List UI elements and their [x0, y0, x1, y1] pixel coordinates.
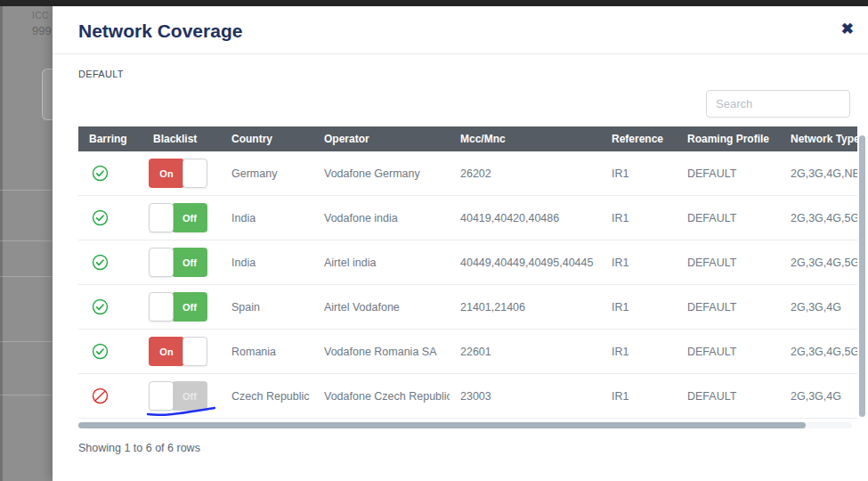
toggle-state-label: Off	[172, 248, 207, 277]
barring-cell	[78, 374, 142, 418]
modal-title: Network Coverage	[78, 19, 242, 43]
horizontal-scrollbar[interactable]	[78, 422, 852, 428]
mcc-mnc-cell: 40449,40449,40495,40445	[450, 240, 601, 284]
toggle-state-label: On	[149, 159, 184, 188]
column-header-reference: Reference	[601, 126, 677, 151]
country-cell: Germany	[221, 151, 313, 195]
toggle-state-label: Off	[172, 203, 207, 232]
background-iccid-label: ICC	[32, 11, 49, 20]
toggle-knob	[183, 337, 207, 366]
column-header-network-type: Network Type	[780, 126, 857, 151]
network-type-cell: 2G,3G,4G,5G	[780, 240, 857, 284]
coverage-table: BarringBlacklistCountryOperatorMcc/MncRe…	[78, 126, 857, 419]
barring-allowed-icon	[92, 298, 109, 315]
mcc-mnc-cell: 21401,21406	[450, 285, 601, 329]
operator-cell: Vodafone india	[313, 196, 450, 240]
roaming-profile-cell: DEFAULT	[677, 374, 780, 418]
country-cell: India	[221, 240, 313, 284]
reference-cell: IR1	[601, 240, 677, 284]
mcc-mnc-cell: 23003	[450, 374, 601, 418]
network-type-cell: 2G,3G,4G	[780, 285, 857, 329]
barring-allowed-icon	[92, 209, 109, 226]
network-type-cell: 2G,3G,4G,5G,	[780, 196, 857, 240]
network-type-cell: 2G,3G,4G	[780, 374, 857, 418]
blacklist-cell: Off	[142, 285, 221, 329]
country-cell: Spain	[221, 285, 313, 329]
column-header-barring: Barring	[78, 126, 142, 151]
toggle-knob	[149, 292, 174, 322]
operator-cell: Airtel Vodafone	[313, 285, 450, 329]
horizontal-scrollbar-thumb[interactable]	[78, 422, 806, 428]
blacklist-cell: On	[142, 151, 221, 195]
column-header-blacklist: Blacklist	[142, 126, 221, 151]
background-row-divider	[0, 190, 53, 191]
close-icon[interactable]: ✖	[841, 21, 854, 37]
roaming-profile-cell: DEFAULT	[677, 196, 780, 240]
operator-cell: Vodafone Romania SA	[313, 330, 450, 373]
column-header-operator: Operator	[313, 126, 450, 151]
barring-allowed-icon	[92, 343, 109, 360]
toggle-knob	[149, 248, 174, 277]
barring-allowed-icon	[92, 165, 109, 182]
barring-allowed-icon	[92, 254, 109, 271]
operator-cell: Vodafone Germany	[313, 151, 450, 195]
vertical-scrollbar-thumb[interactable]	[859, 135, 865, 417]
table-row: On Romania Vodafone Romania SA 22601 IR1…	[78, 330, 857, 374]
blacklist-toggle[interactable]: Off	[149, 248, 207, 277]
reference-cell: IR1	[601, 196, 677, 240]
barring-cell	[78, 330, 142, 373]
blacklist-toggle[interactable]: On	[149, 337, 207, 366]
background-left-edge	[0, 6, 3, 481]
column-header-country: Country	[221, 126, 313, 151]
page: ICC 999 Network Coverage ✖ DEFAULT Barri…	[0, 0, 868, 481]
network-type-cell: 2G,3G,4G,NB	[780, 151, 857, 195]
barring-cell	[78, 196, 142, 240]
header-divider	[53, 53, 868, 54]
network-type-cell: 2G,3G,4G,5G	[780, 330, 857, 373]
column-header-roaming-profile: Roaming Profile	[677, 126, 780, 151]
top-bar	[0, 0, 868, 6]
reference-cell: IR1	[601, 374, 677, 418]
toggle-knob	[183, 159, 207, 188]
blacklist-toggle[interactable]: Off	[149, 203, 207, 232]
mcc-mnc-cell: 40419,40420,40486	[450, 196, 601, 240]
toggle-state-label: On	[149, 337, 184, 366]
barring-cell	[78, 151, 142, 195]
operator-cell: Vodafone Czech Republic	[313, 374, 450, 418]
blue-scribble-annotation	[144, 404, 219, 419]
table-header-row: BarringBlacklistCountryOperatorMcc/MncRe…	[78, 126, 857, 151]
table-row: Off India Vodafone india 40419,40420,404…	[78, 196, 857, 240]
roaming-profile-cell: DEFAULT	[677, 240, 780, 284]
reference-cell: IR1	[601, 151, 677, 195]
blacklist-cell: On	[142, 330, 221, 373]
toggle-state-label: Off	[172, 292, 207, 322]
country-cell: Czech Republic	[221, 374, 313, 418]
table-body: On Germany Vodafone Germany 26202 IR1 DE…	[78, 151, 857, 419]
table-row: On Germany Vodafone Germany 26202 IR1 DE…	[78, 151, 857, 196]
operator-cell: Airtel india	[313, 240, 450, 284]
blacklist-toggle[interactable]: Off	[149, 292, 207, 322]
modal-backdrop: ICC 999	[0, 6, 53, 481]
roaming-profile-cell: DEFAULT	[677, 285, 780, 329]
background-iccid-value: 999	[32, 24, 52, 37]
country-cell: Romania	[221, 330, 313, 373]
mcc-mnc-cell: 22601	[450, 330, 601, 373]
background-card-edge	[42, 69, 53, 120]
blacklist-toggle[interactable]: On	[149, 159, 207, 188]
table-row: Off India Airtel india 40449,40449,40495…	[78, 240, 857, 285]
background-row-divider	[0, 341, 53, 342]
search-input[interactable]	[706, 90, 850, 118]
blacklist-cell: Off	[142, 240, 221, 284]
rows-summary: Showing 1 to 6 of 6 rows	[78, 442, 200, 454]
background-row-divider	[0, 276, 53, 277]
reference-cell: IR1	[601, 330, 677, 373]
barring-cell	[78, 285, 142, 329]
mcc-mnc-cell: 26202	[450, 151, 601, 195]
country-cell: India	[221, 196, 313, 240]
table-row: Off Spain Airtel Vodafone 21401,21406 IR…	[78, 285, 857, 330]
section-label: DEFAULT	[78, 69, 124, 79]
barring-barred-icon	[92, 387, 109, 404]
background-row-divider	[0, 240, 53, 241]
reference-cell: IR1	[601, 285, 677, 329]
background-row-divider	[0, 395, 53, 395]
